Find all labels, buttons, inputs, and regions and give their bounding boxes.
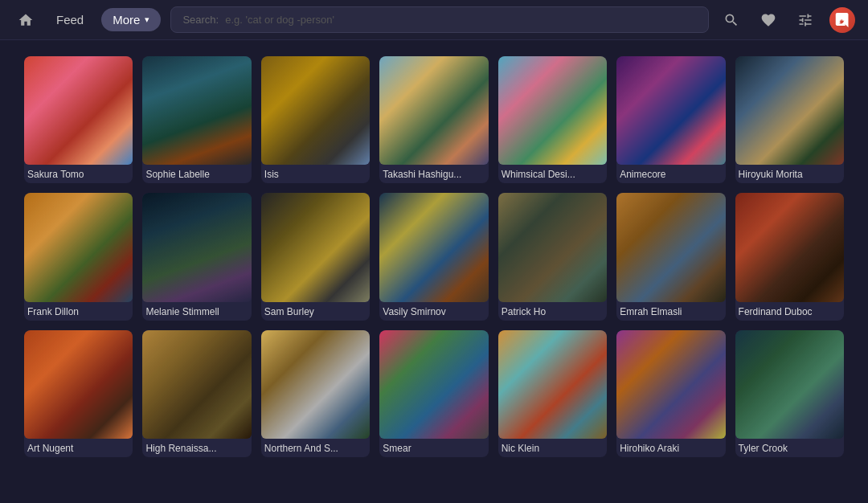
- card-label-northern-and-s: Northern And S...: [261, 439, 370, 457]
- filter-icon[interactable]: [792, 7, 818, 33]
- card-image-sakura-tomo: [24, 56, 133, 165]
- card-smear[interactable]: Smear: [379, 330, 488, 457]
- search-hint: e.g. 'cat or dog -person': [225, 14, 334, 26]
- search-bar[interactable]: Search: e.g. 'cat or dog -person': [170, 6, 709, 33]
- card-hiroyuki-morita[interactable]: Hiroyuki Morita: [735, 56, 844, 183]
- card-image-whimsical-desi: [498, 56, 607, 165]
- card-label-melanie-stimmell: Melanie Stimmell: [142, 302, 251, 321]
- card-image-high-renaissance: [142, 330, 251, 439]
- card-high-renaissance[interactable]: High Renaissa...: [142, 330, 251, 457]
- search-icon[interactable]: [719, 7, 744, 33]
- card-label-tyler-crook: Tyler Crook: [735, 439, 844, 457]
- card-label-smear: Smear: [379, 439, 488, 457]
- card-image-tyler-crook: [735, 330, 844, 439]
- card-image-ferdinand-duboc: [735, 193, 844, 301]
- card-image-isis: [261, 56, 370, 165]
- card-label-animecore: Animecore: [616, 165, 725, 183]
- header-actions: [719, 7, 855, 33]
- card-label-sakura-tomo: Sakura Tomo: [24, 165, 133, 183]
- card-ferdinand-duboc[interactable]: Ferdinand Duboc: [735, 193, 844, 320]
- card-label-whimsical-desi: Whimsical Desi...: [498, 165, 607, 183]
- card-image-sam-burley: [261, 193, 370, 301]
- chevron-down-icon: ▾: [145, 14, 149, 25]
- card-image-takashi-hashigu: [379, 56, 488, 165]
- card-label-art-nugent: Art Nugent: [24, 439, 133, 457]
- card-image-sophie-labelle: [142, 56, 251, 165]
- card-melanie-stimmell[interactable]: Melanie Stimmell: [142, 193, 251, 320]
- card-image-hiroyuki-morita: [735, 56, 844, 165]
- card-label-patrick-ho: Patrick Ho: [498, 302, 607, 321]
- card-label-high-renaissance: High Renaissa...: [142, 439, 251, 457]
- avatar[interactable]: [829, 7, 855, 33]
- card-image-patrick-ho: [498, 193, 607, 301]
- card-art-nugent[interactable]: Art Nugent: [24, 330, 133, 457]
- card-takashi-hashigu[interactable]: Takashi Hashigu...: [379, 56, 488, 183]
- card-label-ferdinand-duboc: Ferdinand Duboc: [735, 302, 844, 321]
- app-header: Feed More ▾ Search: e.g. 'cat or dog -pe…: [0, 0, 868, 40]
- card-label-sophie-labelle: Sophie Labelle: [142, 165, 251, 183]
- card-nic-klein[interactable]: Nic Klein: [498, 330, 607, 457]
- card-isis[interactable]: Isis: [261, 56, 370, 183]
- card-emrah-elmasli[interactable]: Emrah Elmasli: [616, 193, 725, 320]
- card-label-hiroyuki-morita: Hiroyuki Morita: [735, 165, 844, 183]
- feed-button[interactable]: Feed: [48, 8, 92, 31]
- card-image-vasily-smirnov: [379, 193, 488, 301]
- card-tyler-crook[interactable]: Tyler Crook: [735, 330, 844, 457]
- card-label-sam-burley: Sam Burley: [261, 302, 370, 321]
- card-vasily-smirnov[interactable]: Vasily Smirnov: [379, 193, 488, 320]
- card-image-nic-klein: [498, 330, 607, 439]
- card-sam-burley[interactable]: Sam Burley: [261, 193, 370, 320]
- more-label: More: [113, 13, 140, 27]
- card-label-nic-klein: Nic Klein: [498, 439, 607, 457]
- card-image-art-nugent: [24, 330, 133, 439]
- card-image-melanie-stimmell: [142, 193, 251, 301]
- card-sophie-labelle[interactable]: Sophie Labelle: [142, 56, 251, 183]
- artwork-grid: Sakura Tomo Sophie Labelle Isis Takashi …: [0, 40, 868, 473]
- card-image-emrah-elmasli: [616, 193, 725, 301]
- card-image-animecore: [616, 56, 725, 165]
- card-label-frank-dillon: Frank Dillon: [24, 302, 133, 321]
- card-label-isis: Isis: [261, 165, 370, 183]
- card-label-vasily-smirnov: Vasily Smirnov: [379, 302, 488, 321]
- favorites-icon[interactable]: [755, 7, 781, 33]
- home-button[interactable]: [13, 7, 39, 33]
- card-label-takashi-hashigu: Takashi Hashigu...: [379, 165, 488, 183]
- card-label-emrah-elmasli: Emrah Elmasli: [616, 302, 725, 321]
- card-whimsical-desi[interactable]: Whimsical Desi...: [498, 56, 607, 183]
- card-label-hirohiko-araki: Hirohiko Araki: [616, 439, 725, 457]
- card-sakura-tomo[interactable]: Sakura Tomo: [24, 56, 133, 183]
- card-image-hirohiko-araki: [616, 330, 725, 439]
- card-image-frank-dillon: [24, 193, 133, 301]
- card-animecore[interactable]: Animecore: [616, 56, 725, 183]
- more-button[interactable]: More ▾: [101, 8, 161, 31]
- card-image-smear: [379, 330, 488, 439]
- card-frank-dillon[interactable]: Frank Dillon: [24, 193, 133, 320]
- card-northern-and-s[interactable]: Northern And S...: [261, 330, 370, 457]
- card-hirohiko-araki[interactable]: Hirohiko Araki: [616, 330, 725, 457]
- search-prefix: Search:: [182, 14, 219, 26]
- card-image-northern-and-s: [261, 330, 370, 439]
- card-patrick-ho[interactable]: Patrick Ho: [498, 193, 607, 320]
